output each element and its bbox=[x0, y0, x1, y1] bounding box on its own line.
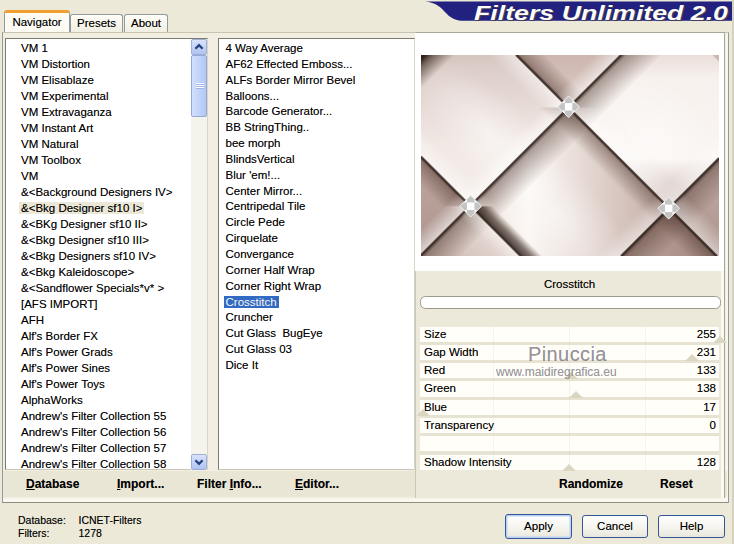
svg-text:Filters Unlimited 2.0: Filters Unlimited 2.0 bbox=[474, 2, 728, 23]
